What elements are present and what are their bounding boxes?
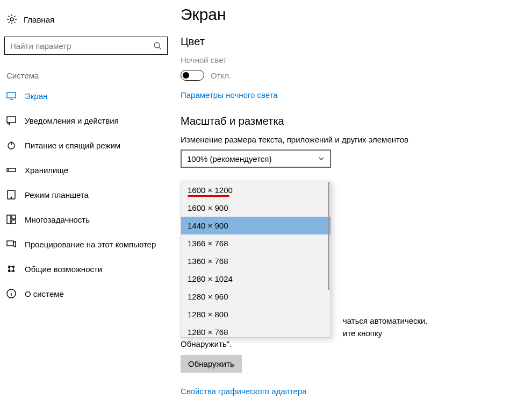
scale-select[interactable]: 100% (рекомендуется) — [181, 149, 331, 168]
sidebar-item-display[interactable]: Экран — [4, 83, 168, 108]
resolution-listbox: 1600 × 1200 1600 × 900 1440 × 900 1366 ×… — [181, 181, 331, 338]
multitask-icon — [6, 215, 16, 224]
resolution-option[interactable]: 1280 × 960 — [181, 288, 330, 305]
svg-rect-10 — [12, 215, 16, 219]
resolution-option[interactable]: 1600 × 1200 — [181, 181, 330, 199]
sidebar: Главная Система Экран Уведомления и дейс… — [0, 0, 172, 399]
nav-label: Многозадачность — [25, 215, 90, 224]
svg-rect-2 — [7, 92, 16, 98]
display-icon — [6, 91, 16, 101]
search-input[interactable] — [10, 41, 153, 51]
nav-label: Режим планшета — [25, 190, 89, 200]
svg-rect-12 — [7, 241, 13, 246]
tablet-icon — [6, 190, 16, 200]
power-icon — [6, 140, 16, 150]
night-light-label: Ночной свет — [181, 55, 532, 65]
partial-text: Обнаружить". — [181, 339, 428, 348]
gear-icon — [6, 14, 17, 25]
search-icon — [153, 41, 162, 50]
chevron-down-icon — [318, 155, 325, 162]
nav-label: О системе — [25, 289, 64, 298]
sidebar-item-storage[interactable]: Хранилище — [4, 158, 168, 182]
detect-button[interactable]: Обнаружить — [181, 355, 242, 373]
nav-label: Экран — [25, 91, 47, 101]
sidebar-item-info[interactable]: О системе — [4, 281, 168, 306]
svg-point-1 — [154, 42, 160, 48]
scale-field-label: Изменение размера текста, приложений и д… — [181, 135, 532, 144]
storage-icon — [6, 165, 16, 175]
sidebar-item-multitask[interactable]: Многозадачность — [4, 207, 168, 232]
home-link[interactable]: Главная — [4, 9, 168, 30]
svg-point-6 — [9, 170, 9, 170]
sidebar-item-notifications[interactable]: Уведомления и действия — [4, 108, 168, 133]
sidebar-item-shared[interactable]: Общие возможности — [4, 256, 168, 281]
section-label: Система — [4, 71, 168, 80]
resolution-option[interactable]: 1366 × 768 — [181, 234, 330, 252]
annotation-underline — [188, 195, 229, 197]
sidebar-item-tablet[interactable]: Режим планшета — [4, 182, 168, 207]
sidebar-item-project[interactable]: Проецирование на этот компьютер — [4, 232, 168, 256]
page-title: Экран — [181, 5, 532, 24]
partial-text: ите кнопку — [181, 327, 428, 340]
search-input-container[interactable] — [4, 37, 168, 55]
svg-rect-3 — [7, 117, 16, 123]
resolution-option[interactable]: 1600 × 900 — [181, 199, 330, 217]
shared-icon — [6, 264, 16, 274]
nav-list: Экран Уведомления и действия Питание и с… — [4, 83, 168, 306]
listbox-scrollbar[interactable] — [328, 182, 329, 290]
svg-rect-11 — [12, 220, 16, 224]
resolution-option[interactable]: 1280 × 1024 — [181, 270, 330, 288]
night-light-toggle[interactable] — [181, 70, 204, 81]
main-content: Экран Цвет Ночной свет Откл. Параметры н… — [172, 0, 532, 399]
home-label: Главная — [24, 15, 54, 24]
partial-text: чаться автоматически. — [181, 315, 428, 327]
nav-label: Общие возможности — [25, 265, 102, 274]
notification-icon — [6, 116, 16, 125]
info-icon — [6, 289, 16, 298]
project-icon — [6, 239, 16, 249]
nav-label: Питание и спящий режим — [25, 141, 120, 150]
night-light-settings-link[interactable]: Параметры ночного света — [181, 90, 278, 99]
adapter-properties-link[interactable]: Свойства графического адаптера — [181, 387, 307, 396]
sidebar-item-power[interactable]: Питание и спящий режим — [4, 133, 168, 158]
nav-label: Хранилище — [25, 166, 68, 175]
resolution-option[interactable]: 1360 × 768 — [181, 252, 330, 270]
scale-select-value: 100% (рекомендуется) — [187, 154, 271, 163]
nav-label: Проецирование на этот компьютер — [25, 240, 156, 249]
svg-rect-9 — [7, 215, 11, 224]
resolution-option[interactable]: 1440 × 900 — [181, 217, 330, 234]
svg-point-0 — [10, 18, 13, 21]
toggle-state-label: Откл. — [211, 71, 231, 80]
color-heading: Цвет — [181, 35, 532, 48]
nav-label: Уведомления и действия — [25, 116, 119, 125]
svg-point-8 — [11, 197, 12, 198]
scale-heading: Масштаб и разметка — [181, 115, 532, 127]
